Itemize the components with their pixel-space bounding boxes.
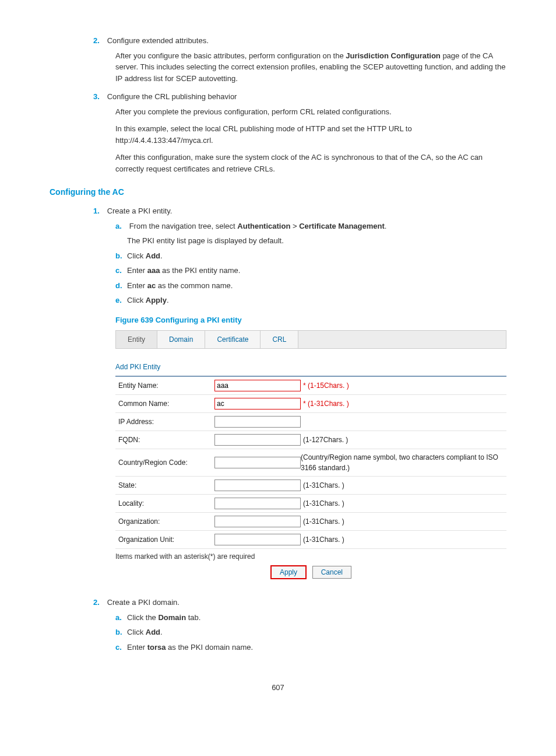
label-fqdn: FQDN:	[115, 435, 214, 445]
input-country[interactable]	[214, 457, 301, 468]
tab-certificate[interactable]: Certificate	[205, 331, 261, 348]
label-state: State:	[115, 480, 214, 491]
substep-letter: c.	[115, 642, 127, 653]
substep-letter: a.	[115, 612, 127, 624]
step-number: 2.	[93, 35, 105, 47]
step-title: Create a PKI domain.	[107, 598, 180, 607]
substep-note: The PKI entity list page is displayed by…	[127, 235, 506, 247]
label-ip-address: IP Address:	[115, 416, 214, 427]
input-ip-address[interactable]	[214, 416, 301, 428]
step-title: Configure extended attributes.	[107, 36, 209, 45]
label-locality: Locality:	[115, 498, 214, 509]
label-entity-name: Entity Name:	[115, 380, 214, 391]
hint-locality: (1-31Chars. )	[303, 498, 344, 509]
input-fqdn[interactable]	[214, 434, 301, 446]
label-country: Country/Region Code:	[115, 457, 214, 468]
input-entity-name[interactable]	[214, 380, 301, 391]
label-organization: Organization:	[115, 516, 214, 527]
step-number: 1.	[93, 205, 105, 217]
figure-caption: Figure 639 Configuring a PKI entity	[115, 314, 506, 326]
step-title: Create a PKI entity.	[107, 206, 173, 215]
hint-org-unit: (1-31Chars. )	[303, 534, 344, 545]
label-common-name: Common Name:	[115, 398, 214, 409]
step-paragraph: After you complete the previous configur…	[115, 106, 506, 118]
input-org-unit[interactable]	[214, 534, 301, 545]
pki-entity-form: Entity Name: * (1-15Chars. ) Common Name…	[115, 376, 506, 549]
substep-letter: d.	[115, 280, 127, 292]
input-locality[interactable]	[214, 498, 301, 509]
input-common-name[interactable]	[214, 398, 301, 410]
tab-bar: Entity Domain Certificate CRL	[115, 330, 506, 349]
step-title: Configure the CRL publishing behavior	[107, 92, 237, 101]
label-org-unit: Organization Unit:	[115, 534, 214, 545]
substep-letter: e.	[115, 295, 127, 306]
input-state[interactable]	[214, 480, 301, 491]
substep-letter: b.	[115, 626, 127, 638]
hint-organization: (1-31Chars. )	[303, 516, 344, 527]
step-paragraph: After you configure the basic attributes…	[115, 50, 506, 85]
step-paragraph: In this example, select the local CRL pu…	[115, 123, 506, 146]
substep-letter: b.	[115, 250, 127, 262]
input-organization[interactable]	[214, 516, 301, 527]
page-number: 607	[50, 682, 506, 694]
substep-letter: c.	[115, 265, 127, 276]
step-number: 3.	[93, 91, 105, 103]
apply-button[interactable]: Apply	[270, 565, 307, 579]
cancel-button[interactable]: Cancel	[312, 566, 351, 579]
required-note: Items marked with an asterisk(*) are req…	[115, 551, 506, 562]
section-heading: Configuring the AC	[50, 186, 506, 198]
substep-letter: a.	[115, 220, 127, 232]
hint-fqdn: (1-127Chars. )	[303, 435, 348, 445]
hint-state: (1-31Chars. )	[303, 480, 344, 491]
tab-crl[interactable]: CRL	[261, 331, 298, 348]
tab-entity[interactable]: Entity	[116, 331, 157, 348]
step-number: 2.	[93, 597, 105, 608]
hint-country: (Country/Region name symbol, two charact…	[301, 452, 506, 473]
hint-common-name: * (1-31Chars. )	[303, 398, 349, 409]
step-paragraph: After this configuration, make sure the …	[115, 152, 506, 174]
hint-entity-name: * (1-15Chars. )	[303, 380, 349, 391]
form-title: Add PKI Entity	[115, 362, 506, 372]
tab-domain[interactable]: Domain	[157, 331, 205, 348]
